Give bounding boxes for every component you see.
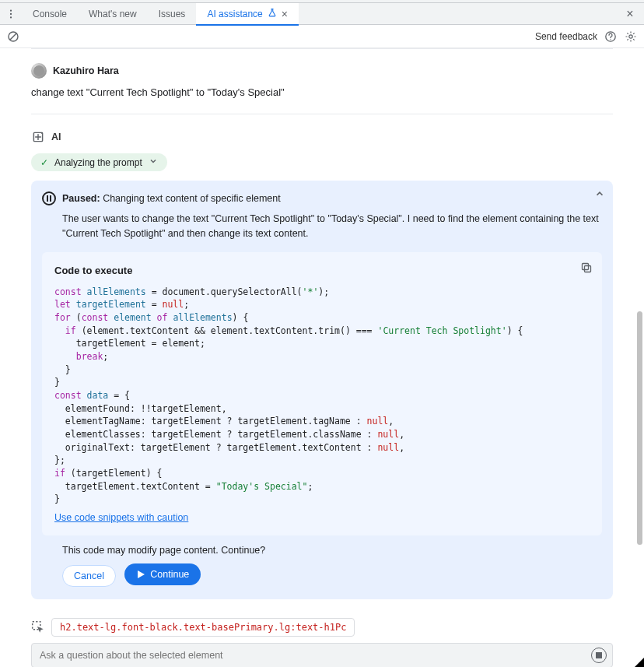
- help-icon[interactable]: [604, 30, 618, 44]
- tab-bar: Console What's new Issues AI assistance …: [0, 3, 644, 25]
- tab-console[interactable]: Console: [22, 3, 78, 25]
- stop-button[interactable]: [591, 648, 607, 663]
- user-message: Kazuhiro Hara change text "Current Tech …: [31, 63, 613, 114]
- ai-label: AI: [51, 132, 61, 142]
- chat-input[interactable]: [31, 643, 613, 667]
- block-icon[interactable]: [6, 30, 20, 44]
- chat-scroll-area[interactable]: Kazuhiro Hara change text "Current Tech …: [0, 48, 644, 667]
- svg-point-2: [10, 16, 12, 18]
- tab-menu-button[interactable]: [0, 3, 22, 25]
- user-name: Kazuhiro Hara: [53, 65, 119, 76]
- avatar: [31, 63, 47, 79]
- analyzing-chip[interactable]: ✓ Analyzing the prompt: [31, 153, 167, 171]
- svg-line-4: [10, 33, 16, 40]
- composer: h2.text-lg.font-black.text-basePrimary.l…: [31, 618, 613, 667]
- svg-rect-11: [583, 263, 589, 269]
- cancel-button[interactable]: Cancel: [62, 565, 116, 587]
- sparkle-icon: [31, 130, 45, 144]
- tab-label: AI assistance: [207, 9, 262, 19]
- chip-label: Analyzing the prompt: [54, 157, 142, 168]
- separator: [31, 48, 613, 49]
- send-feedback-link[interactable]: Send feedback: [535, 31, 597, 42]
- code-block[interactable]: const allElements = document.querySelect…: [54, 286, 590, 506]
- flask-icon: [268, 8, 277, 19]
- check-icon: ✓: [40, 157, 48, 168]
- scrollbar[interactable]: [637, 311, 642, 545]
- chevron-up-icon[interactable]: [594, 188, 605, 202]
- user-message-text: change text "Current Tech Spotlight" to …: [31, 86, 613, 98]
- caution-link[interactable]: Use code snippets with caution: [54, 512, 188, 523]
- svg-point-6: [610, 39, 611, 40]
- gear-icon[interactable]: [624, 30, 638, 44]
- resize-corner-icon[interactable]: [635, 658, 644, 667]
- svg-point-9: [41, 132, 43, 134]
- chevron-down-icon: [149, 156, 158, 168]
- continue-button[interactable]: Continue: [124, 563, 201, 585]
- paused-title: Paused: Changing text content of specifi…: [62, 193, 281, 204]
- svg-point-0: [10, 9, 12, 11]
- svg-rect-10: [585, 265, 591, 272]
- copy-icon[interactable]: [580, 262, 593, 276]
- element-picker-icon[interactable]: [31, 620, 45, 634]
- tab-label: Console: [33, 9, 67, 19]
- pause-icon: [42, 191, 56, 205]
- svg-point-7: [629, 34, 632, 37]
- paused-body-text: The user wants to change the text "Curre…: [42, 212, 602, 241]
- toolbar: Send feedback: [0, 25, 644, 48]
- code-card: Code to execute const allElements = docu…: [42, 252, 602, 535]
- svg-point-1: [10, 12, 12, 14]
- context-element-chip[interactable]: h2.text-lg.font-black.text-basePrimary.l…: [51, 618, 355, 637]
- tab-whats-new[interactable]: What's new: [78, 3, 148, 25]
- close-panel-button[interactable]: ×: [621, 5, 639, 23]
- code-title: Code to execute: [54, 265, 590, 276]
- tab-label: What's new: [89, 9, 137, 19]
- close-icon[interactable]: ×: [282, 9, 288, 19]
- tab-issues[interactable]: Issues: [148, 3, 197, 25]
- paused-card: Paused: Changing text content of specifi…: [31, 181, 613, 599]
- tab-ai-assistance[interactable]: AI assistance ×: [196, 3, 299, 25]
- ai-message: AI ✓ Analyzing the prompt Paused: Changi…: [31, 130, 613, 599]
- continue-question: This code may modify page content. Conti…: [62, 545, 602, 556]
- tab-label: Issues: [159, 9, 186, 19]
